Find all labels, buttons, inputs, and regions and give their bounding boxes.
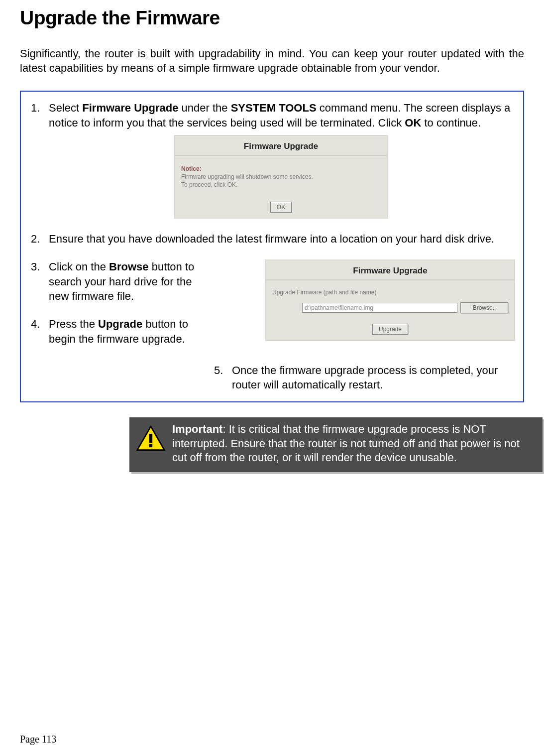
path-label: Upgrade Firmware (path and file name) xyxy=(272,289,376,296)
intro-paragraph: Significantly, the router is built with … xyxy=(20,46,524,76)
important-callout: Important: It is critical that the firmw… xyxy=(129,417,543,472)
ok-button[interactable]: OK xyxy=(270,202,292,213)
notice-line-2: To proceed, click OK. xyxy=(181,181,237,188)
important-label: Important xyxy=(172,423,222,435)
step-3-4-group: 3. Click on the Browse button to search … xyxy=(31,259,513,350)
firmware-upgrade-label: Firmware Upgrade xyxy=(82,102,178,114)
upgrade-button[interactable]: Upgrade xyxy=(372,324,408,335)
warning-icon xyxy=(136,425,165,451)
text: Select xyxy=(49,102,82,114)
important-text: : It is critical that the firmware upgra… xyxy=(172,423,520,464)
step-2: Ensure that you have downloaded the late… xyxy=(31,232,513,247)
dialog-title: Firmware Upgrade xyxy=(353,266,427,275)
text: under the xyxy=(178,102,230,114)
svg-rect-1 xyxy=(149,434,152,443)
dialog-title: Firmware Upgrade xyxy=(244,141,318,151)
notice-line-1: Firmware upgrading will shutdown some se… xyxy=(181,173,313,180)
text: Click on the xyxy=(49,260,109,273)
page-title: Upgrade the Firmware xyxy=(20,5,524,31)
browse-label: Browse xyxy=(109,260,148,273)
svg-rect-2 xyxy=(149,444,152,447)
step4-number: 4. xyxy=(31,317,40,332)
firmware-path-dialog: Firmware Upgrade Upgrade Firmware (path … xyxy=(265,259,515,341)
firmware-notice-dialog: Firmware Upgrade Notice: Firmware upgrad… xyxy=(174,135,388,219)
steps-panel: Select Firmware Upgrade under the SYSTEM… xyxy=(20,91,524,402)
upgrade-label: Upgrade xyxy=(98,318,142,330)
step3-number: 3. xyxy=(31,259,40,274)
text: to continue. xyxy=(421,117,481,129)
step5-number: 5. xyxy=(214,363,223,378)
browse-button[interactable]: Browse.. xyxy=(460,302,508,313)
step-5: 5. Once the firmware upgrade process is … xyxy=(31,363,513,392)
firmware-path-input[interactable] xyxy=(302,303,457,313)
step5-text: Once the firmware upgrade process is com… xyxy=(232,364,498,391)
step-1: Select Firmware Upgrade under the SYSTEM… xyxy=(31,101,513,219)
ok-label: OK xyxy=(405,117,421,129)
system-tools-label: SYSTEM TOOLS xyxy=(231,102,317,114)
notice-label: Notice: xyxy=(181,165,381,173)
text: Press the xyxy=(49,318,98,330)
page-number: Page 113 xyxy=(20,733,56,746)
